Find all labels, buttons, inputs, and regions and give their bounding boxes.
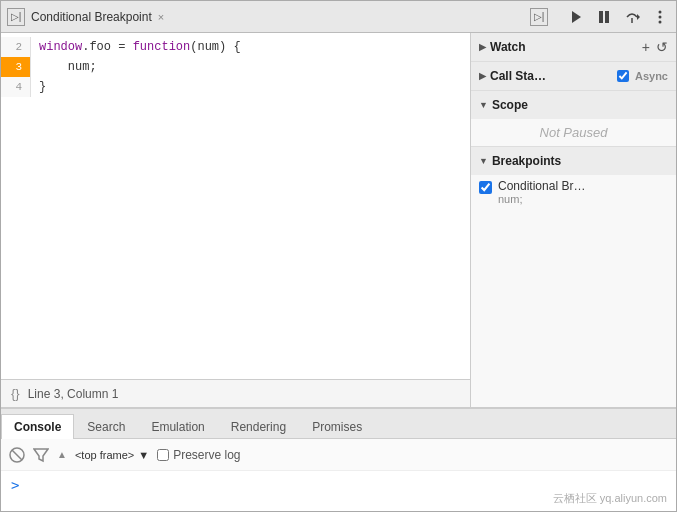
watch-section: ▶ Watch + ↺: [471, 33, 676, 62]
clear-console-btn[interactable]: [9, 447, 25, 463]
svg-marker-3: [637, 14, 640, 20]
callstack-header[interactable]: ▶ Call Sta… Async: [471, 62, 676, 90]
breakpoints-triangle-down: ▼: [479, 156, 488, 166]
preserve-log-text: Preserve log: [173, 448, 240, 462]
callstack-async: Async: [617, 70, 668, 82]
preserve-log-checkbox[interactable]: [157, 449, 169, 461]
right-panel: ▶ Watch + ↺ ▶ Call Sta… Async: [471, 33, 676, 407]
callstack-section: ▶ Call Sta… Async: [471, 62, 676, 91]
code-keyword: window: [39, 40, 82, 54]
panel-icon-label: ▷|: [11, 11, 22, 22]
line-number-2: 2: [1, 37, 31, 57]
line-content-3: num;: [31, 57, 97, 77]
code-line-4: 4 }: [1, 77, 470, 97]
breakpoint-item: Conditional Br… num;: [471, 175, 676, 209]
callstack-triangle-right: ▶: [479, 71, 486, 81]
svg-point-7: [659, 20, 662, 23]
svg-line-9: [12, 450, 22, 460]
panel-icon[interactable]: ▷|: [7, 8, 25, 26]
line-number-4: 4: [1, 77, 31, 97]
scope-content: Not Paused: [471, 119, 676, 146]
svg-point-5: [659, 10, 662, 13]
watch-header[interactable]: ▶ Watch + ↺: [471, 33, 676, 61]
tab-close-btn[interactable]: ×: [158, 11, 164, 23]
watch-actions: + ↺: [642, 39, 668, 55]
scope-triangle-down: ▼: [479, 100, 488, 110]
line-content-2: window.foo = function(num) {: [31, 37, 241, 57]
tabs-bar: Console Search Emulation Rendering Promi…: [1, 409, 676, 439]
frame-selector[interactable]: <top frame> ▼: [75, 449, 149, 461]
svg-rect-2: [605, 11, 609, 23]
status-bar: {} Line 3, Column 1: [1, 379, 470, 407]
console-prompt[interactable]: >: [11, 477, 19, 493]
devtools-window: ▷| Conditional Breakpoint × ▷|: [0, 0, 677, 512]
breakpoint-checkbox[interactable]: [479, 181, 492, 194]
code-line-2: 2 window.foo = function(num) {: [1, 37, 470, 57]
svg-rect-1: [599, 11, 603, 23]
tab-search[interactable]: Search: [74, 414, 138, 439]
breakpoints-header[interactable]: ▼ Breakpoints: [471, 147, 676, 175]
main-area: 2 window.foo = function(num) { 3 num; 4 …: [1, 33, 676, 407]
tab-promises[interactable]: Promises: [299, 414, 375, 439]
watch-label: Watch: [490, 40, 526, 54]
tab-console[interactable]: Console: [1, 414, 74, 439]
svg-point-6: [659, 15, 662, 18]
preserve-log-label: Preserve log: [157, 448, 240, 462]
cursor-indicator: ▲: [57, 449, 67, 460]
breakpoint-sub: num;: [498, 193, 585, 205]
frame-label: <top frame>: [75, 449, 134, 461]
step-over-btn[interactable]: [622, 7, 642, 27]
right-panel-icon[interactable]: ▷|: [530, 8, 548, 26]
svg-marker-0: [572, 11, 581, 23]
frame-dropdown-icon: ▼: [138, 449, 149, 461]
async-checkbox[interactable]: [617, 70, 629, 82]
console-toolbar: ▲ <top frame> ▼ Preserve log: [1, 439, 676, 471]
code-line-3: 3 num;: [1, 57, 470, 77]
async-label: Async: [635, 70, 668, 82]
watermark: 云栖社区 yq.aliyun.com: [553, 491, 667, 506]
not-paused-text: Not Paused: [540, 125, 608, 140]
top-toolbar: ▷| Conditional Breakpoint × ▷|: [1, 1, 676, 33]
watch-triangle-right: ▶: [479, 42, 486, 52]
tab-emulation[interactable]: Emulation: [138, 414, 217, 439]
filter-btn[interactable]: [33, 447, 49, 463]
breakpoints-section: ▼ Breakpoints Conditional Br… num;: [471, 147, 676, 209]
editor-panel: 2 window.foo = function(num) { 3 num; 4 …: [1, 33, 471, 407]
breakpoints-label: Breakpoints: [492, 154, 561, 168]
more-btn[interactable]: [650, 7, 670, 27]
scope-label: Scope: [492, 98, 528, 112]
tab-title: Conditional Breakpoint: [31, 10, 152, 24]
svg-marker-10: [34, 449, 48, 461]
watch-add-btn[interactable]: +: [642, 39, 650, 55]
breakpoint-name: Conditional Br…: [498, 179, 585, 193]
pause-btn[interactable]: [594, 7, 614, 27]
status-position: Line 3, Column 1: [28, 387, 119, 401]
status-curly-icon: {}: [11, 386, 20, 401]
debug-controls: ▷|: [530, 7, 670, 27]
tab-rendering[interactable]: Rendering: [218, 414, 299, 439]
resume-btn[interactable]: [566, 7, 586, 27]
line-number-3: 3: [1, 57, 31, 77]
scope-section: ▼ Scope Not Paused: [471, 91, 676, 147]
right-panel-icon-label: ▷|: [534, 11, 545, 22]
callstack-label: Call Sta…: [490, 69, 546, 83]
code-editor[interactable]: 2 window.foo = function(num) { 3 num; 4 …: [1, 33, 470, 379]
scope-header[interactable]: ▼ Scope: [471, 91, 676, 119]
line-content-4: }: [31, 77, 46, 97]
breakpoint-text: Conditional Br… num;: [498, 179, 585, 205]
watch-refresh-btn[interactable]: ↺: [656, 39, 668, 55]
